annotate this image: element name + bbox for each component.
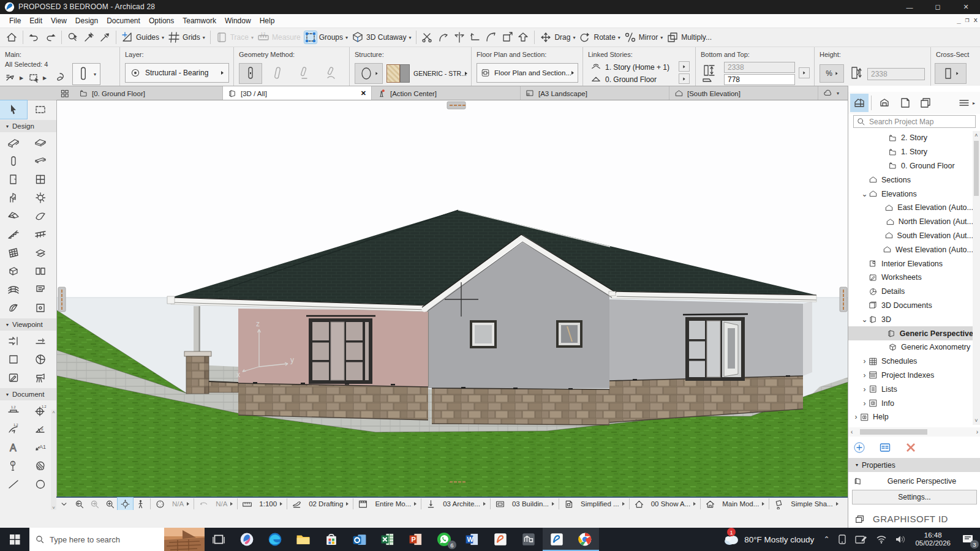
close-button[interactable]: ✕ <box>952 0 980 14</box>
mesh-tool[interactable] <box>0 280 27 299</box>
folder[interactable] <box>289 528 317 551</box>
marquee-tool[interactable] <box>27 100 54 119</box>
toolbar-resize-button[interactable] <box>499 29 515 45</box>
statusbar-model-filter[interactable] <box>355 498 371 510</box>
toolbar-fillet-button[interactable] <box>483 29 499 45</box>
tree-vertical-scrollbar[interactable]: ˄ ˅ <box>973 131 980 425</box>
stair-tool[interactable] <box>0 225 27 244</box>
morph-tool[interactable] <box>0 262 27 280</box>
height-field[interactable] <box>867 68 925 80</box>
store[interactable] <box>317 528 345 551</box>
tree-chevron-icon[interactable]: ⌄ <box>861 191 869 197</box>
tab--3d-all-[interactable]: [3D / All]✕ <box>223 86 372 100</box>
graphisoft-id[interactable]: GRAPHISOFT ID <box>848 510 980 528</box>
tree-chevron-icon[interactable]: › <box>861 386 869 392</box>
camera-tool[interactable] <box>27 369 54 387</box>
statusbar-option[interactable]: Main Mod... <box>718 498 767 510</box>
angle-dimension-tool[interactable]: α <box>27 420 54 438</box>
tree-item-info[interactable]: ›Info <box>848 396 973 410</box>
toolbar-guides-button[interactable]: Guides▾ <box>119 29 166 45</box>
toolbox-scrollbar[interactable]: ˄˅ <box>51 410 56 511</box>
curtain-wall-tool[interactable] <box>0 244 27 262</box>
toolbar-stretch-button[interactable] <box>515 29 531 45</box>
project-map-button[interactable] <box>850 94 869 112</box>
tree-chevron-icon[interactable]: › <box>852 414 860 420</box>
selection-tool-button[interactable]: ▶ <box>4 70 24 85</box>
wall-tool[interactable] <box>0 133 27 152</box>
tab-close-icon[interactable]: ✕ <box>342 89 366 97</box>
viewport-3d[interactable]: z x y <box>56 100 848 497</box>
tree-item-sections[interactable]: Sections <box>848 173 973 187</box>
line-tool[interactable] <box>0 475 27 493</box>
dimension-tool[interactable]: 1.2 <box>0 402 27 420</box>
copilot[interactable] <box>233 528 261 551</box>
doc-minimize-icon[interactable]: _ <box>957 16 961 24</box>
chevron-down-icon[interactable]: ▾ <box>251 35 254 40</box>
tree-item-1-story[interactable]: 1. Story <box>848 145 973 159</box>
opening-tool[interactable] <box>27 262 54 280</box>
tree-item-generic-axonometry[interactable]: Generic Axonometry <box>848 340 973 354</box>
roof-tool[interactable] <box>0 207 27 225</box>
statusbar-zoom-next[interactable] <box>87 498 102 510</box>
toolbar-find-select-button[interactable] <box>65 29 81 45</box>
menu-item-help[interactable]: Help <box>255 17 279 25</box>
linked-story-bottom-button[interactable] <box>679 73 690 84</box>
tree-item-east-elevation-auto-[interactable]: East Elevation (Auto... <box>848 201 973 215</box>
level-dimension-tool[interactable]: 1.2 <box>27 402 54 420</box>
toolbox-group-document[interactable]: ▾Document <box>0 388 56 400</box>
pointer-snap-button[interactable] <box>51 70 69 85</box>
toolbar-redo-button[interactable] <box>42 29 58 45</box>
delete-viewpoint-button[interactable] <box>905 441 917 454</box>
layout-book-button[interactable] <box>896 94 914 112</box>
tree-item-lists[interactable]: ›Lists <box>848 382 973 396</box>
outlook[interactable] <box>345 528 374 551</box>
radial-dimension-tool[interactable]: 1.2 <box>0 420 27 438</box>
tree-item-3d[interactable]: ⌄3D <box>848 312 973 326</box>
height-percent-button[interactable]: % <box>820 64 844 83</box>
statusbar-option[interactable]: 03 Archite... <box>439 498 488 510</box>
statusbar-display[interactable] <box>492 498 508 510</box>
slab-tool[interactable] <box>27 133 54 152</box>
statusbar-option[interactable]: 1:100 <box>255 498 285 510</box>
chevron-down-icon[interactable]: ▾ <box>618 35 620 40</box>
toolbar-groups-button[interactable]: Groups▾ <box>303 29 350 45</box>
minimize-button[interactable]: — <box>895 0 924 14</box>
tab--action-center-[interactable]: [Action Center] <box>372 86 521 100</box>
section-tool[interactable] <box>0 332 27 350</box>
tab--south-elevation-[interactable]: [South Elevation] <box>669 86 818 100</box>
tree-item-0-ground-floor[interactable]: 0. Ground Floor <box>848 159 973 173</box>
grid-tool[interactable] <box>27 299 54 317</box>
toolbar-rotate-button[interactable]: Rotate▾ <box>577 29 622 45</box>
beam-tool[interactable] <box>27 152 54 170</box>
statusbar-option[interactable]: 03 Buildin... <box>508 498 557 510</box>
object-tool[interactable] <box>0 189 27 207</box>
properties-header[interactable]: ▾ Properties <box>848 458 980 472</box>
toolbar-pickup-parameters-button[interactable] <box>81 29 97 45</box>
marquee-method-button[interactable]: ▶ <box>27 70 48 85</box>
tree-item-elevations[interactable]: ⌄Elevations <box>848 187 973 201</box>
railing-tool[interactable] <box>27 225 54 244</box>
skylight-tool[interactable] <box>27 244 54 262</box>
powerpoint[interactable]: P <box>402 528 430 551</box>
quad-view-button[interactable] <box>58 86 74 100</box>
menu-item-view[interactable]: View <box>47 17 71 25</box>
toolbar-multiply-button[interactable]: Multiply... <box>665 29 714 45</box>
statusbar-option[interactable]: Entire Mo... <box>371 498 419 510</box>
chevron-down-icon[interactable]: ▾ <box>345 35 348 40</box>
publisher-button[interactable] <box>916 94 935 112</box>
tray-chevron-icon[interactable]: ⌃ <box>823 535 829 544</box>
menu-item-file[interactable]: File <box>5 17 25 25</box>
interior-elevation-tool[interactable] <box>27 350 54 369</box>
excel[interactable] <box>374 528 402 551</box>
toolbar-home-button[interactable] <box>4 29 20 45</box>
navigator-menu-button[interactable]: ▸ <box>957 94 976 112</box>
statusbar-zoom-sel[interactable] <box>196 498 211 510</box>
geometry-slanted-button[interactable] <box>266 63 289 84</box>
toolbar-drag-button[interactable]: Drag▾ <box>538 29 577 45</box>
arrow-tool[interactable] <box>0 100 27 119</box>
statusbar-detail-level[interactable] <box>561 498 576 510</box>
tray-wifi-icon[interactable] <box>876 535 887 544</box>
toolbar-corner-button[interactable] <box>467 29 483 45</box>
top-offset-field[interactable] <box>724 62 795 73</box>
chevron-down-icon[interactable]: ▾ <box>409 35 411 40</box>
